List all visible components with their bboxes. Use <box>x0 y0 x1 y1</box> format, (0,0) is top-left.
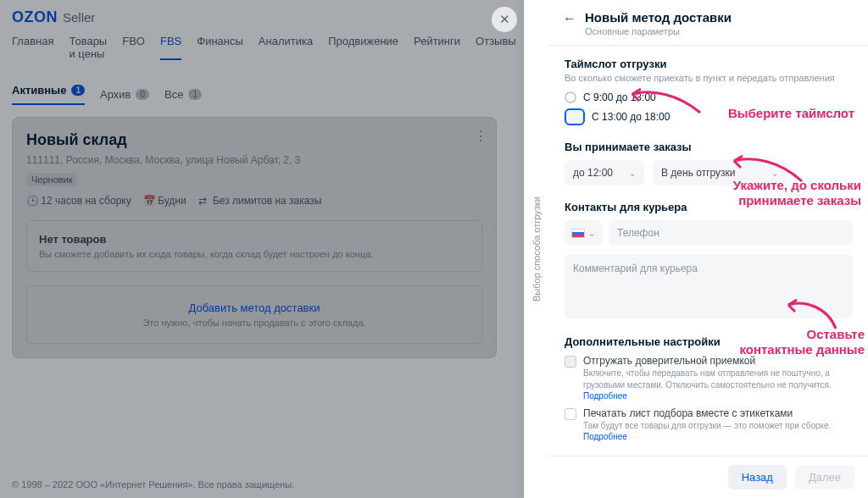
panel-subtitle: Основные параметры <box>585 26 732 36</box>
panel-content: Таймслот отгрузки Во сколько сможете при… <box>548 46 868 456</box>
shipment-day-select[interactable]: В день отгрузки ⌄ <box>653 160 787 185</box>
panel-header: ← Новый метод доставки Основные параметр… <box>548 0 868 46</box>
comment-textarea[interactable]: Комментарий для курьера <box>565 254 853 318</box>
accept-orders-section: Вы принимаете заказы до 12:00 ⌄ В день о… <box>565 141 853 185</box>
chevron-down-icon: ⌄ <box>771 169 778 178</box>
advanced-title: Дополнительные настройки <box>565 335 853 348</box>
vertical-tab[interactable]: Выбор способа отгрузки <box>524 0 548 498</box>
more-link[interactable]: Подробнее <box>583 432 627 441</box>
accept-title: Вы принимаете заказы <box>565 141 853 153</box>
timeslot-hint: Во сколько сможете приехать в пункт и пе… <box>565 73 853 83</box>
phone-input[interactable]: Телефон <box>609 220 853 246</box>
checkbox-label: Отгружать доверительной приемкой <box>583 355 853 367</box>
next-button[interactable]: Далее <box>795 465 854 490</box>
side-panel: Выбор способа отгрузки ← Новый метод дос… <box>524 0 868 498</box>
checkbox-label: Печатать лист подбора вместе с этикеткам… <box>583 407 853 419</box>
select-value: до 12:00 <box>573 167 613 179</box>
back-arrow-icon[interactable]: ← <box>563 12 576 36</box>
checkbox-icon <box>565 356 576 368</box>
close-icon[interactable]: ✕ <box>492 7 517 32</box>
checkbox-desc: Там будут все товары для отгрузки — это … <box>583 420 853 443</box>
trusted-acceptance-checkbox[interactable]: Отгружать доверительной приемкой Включит… <box>565 355 853 402</box>
print-picklist-checkbox[interactable]: Печатать лист подбора вместе с этикеткам… <box>565 407 853 443</box>
radio-icon <box>565 91 576 103</box>
chevron-down-icon: ⌄ <box>629 169 636 178</box>
flag-ru-icon <box>571 229 585 238</box>
radio-label: С 13:00 до 18:00 <box>592 111 670 123</box>
courier-contacts-section: Контакты для курьера ⌄ Телефон Комментар… <box>565 201 853 318</box>
timeslot-title: Таймслот отгрузки <box>565 58 853 70</box>
radio-label: С 9:00 до 13:00 <box>583 91 656 103</box>
advanced-section: Дополнительные настройки Отгружать довер… <box>565 335 853 443</box>
more-link[interactable]: Подробнее <box>583 391 627 401</box>
select-value: В день отгрузки <box>661 167 736 179</box>
until-time-select[interactable]: до 12:00 ⌄ <box>565 160 644 185</box>
country-code-select[interactable]: ⌄ <box>565 220 602 246</box>
courier-title: Контакты для курьера <box>565 201 853 213</box>
timeslot-option-1[interactable]: С 9:00 до 13:00 <box>565 91 853 103</box>
panel-title: Новый метод доставки <box>585 10 732 25</box>
modal-overlay <box>0 0 524 498</box>
radio-icon-selected <box>565 108 585 125</box>
checkbox-desc: Включите, чтобы передавать нам отправлен… <box>583 368 853 402</box>
panel-footer: Назад Далее <box>548 456 868 498</box>
timeslot-option-2[interactable]: С 13:00 до 18:00 <box>565 108 853 125</box>
timeslot-section: Таймслот отгрузки Во сколько сможете при… <box>565 58 853 125</box>
back-button[interactable]: Назад <box>728 465 787 490</box>
chevron-down-icon: ⌄ <box>588 229 595 238</box>
checkbox-icon <box>565 408 576 420</box>
